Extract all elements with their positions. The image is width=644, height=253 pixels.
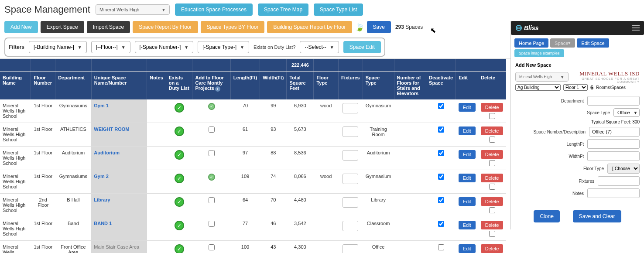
edit-row-button[interactable]: Edit: [459, 197, 476, 206]
deactivate-checkbox[interactable]: [438, 244, 444, 250]
col-unique-space[interactable]: Unique Space Name/Number: [91, 72, 147, 100]
hamburger-icon[interactable]: [632, 25, 640, 31]
cell-unique-space[interactable]: Auditorium: [91, 147, 147, 170]
edit-row-button[interactable]: Edit: [459, 150, 476, 159]
add-floorcare-checkbox[interactable]: [209, 221, 215, 227]
side-edit-space-button[interactable]: Edit Space: [577, 38, 609, 48]
col-total-sqft[interactable]: Total Square Feet: [287, 72, 314, 100]
col-notes[interactable]: Notes: [147, 72, 166, 100]
deactivate-checkbox[interactable]: [438, 174, 444, 180]
delete-row-button[interactable]: Delete: [481, 221, 504, 229]
export-space-button[interactable]: Export Space: [41, 21, 84, 33]
cell-unique-space[interactable]: BAND 1: [91, 217, 147, 241]
delete-row-checkbox[interactable]: [489, 231, 495, 237]
space-tree-map-button[interactable]: Space Tree Map: [258, 3, 308, 16]
space-number-input[interactable]: [589, 127, 640, 137]
deactivate-checkbox[interactable]: [438, 150, 444, 156]
space-report-by-floor-button[interactable]: Space Report By Floor: [133, 21, 198, 33]
fixtures-row-input[interactable]: [343, 126, 358, 137]
col-width[interactable]: Width(Ft): [260, 72, 287, 100]
side-building-select[interactable]: Mineral Wells High▼: [515, 72, 569, 82]
col-space-type[interactable]: Space Type: [363, 72, 394, 100]
col-floor-number[interactable]: Floor Number: [31, 72, 55, 100]
delete-row-button[interactable]: Delete: [481, 244, 504, 253]
add-new-button[interactable]: Add New: [4, 21, 38, 33]
floor-type-select[interactable]: [-Choose-]: [607, 164, 640, 174]
delete-row-button[interactable]: Delete: [481, 126, 504, 135]
col-building-name[interactable]: Building Name: [0, 72, 31, 100]
col-fixtures[interactable]: Fixtures: [338, 72, 363, 100]
col-exists-duty[interactable]: Exists on a Duty List: [166, 72, 192, 100]
col-delete[interactable]: Delete: [478, 72, 506, 100]
cell-unique-space[interactable]: Gym 1: [91, 99, 147, 123]
add-floorcare-checkbox[interactable]: [209, 150, 215, 156]
deactivate-checkbox[interactable]: [438, 126, 444, 133]
delete-row-checkbox[interactable]: [489, 160, 495, 166]
cell-edit: Edit: [456, 123, 478, 147]
deactivate-checkbox[interactable]: [438, 197, 444, 203]
col-floor-type[interactable]: Floor Type: [314, 72, 339, 100]
col-deactivate[interactable]: Deactivate Space: [426, 72, 456, 100]
space-types-by-floor-button[interactable]: Space Types BY Floor: [201, 21, 265, 33]
school-select[interactable]: Mineral Wells High ▼: [96, 4, 170, 15]
delete-row-button[interactable]: Delete: [481, 197, 504, 206]
fixtures-row-input[interactable]: [343, 103, 358, 113]
filter-space-type[interactable]: [-Space Type-]▼: [198, 41, 249, 53]
filter-exists-select[interactable]: --Select--▼: [300, 41, 339, 53]
info-icon[interactable]: i: [215, 86, 220, 92]
delete-row-button[interactable]: Delete: [481, 174, 504, 182]
add-floorcare-checkbox[interactable]: [209, 126, 215, 133]
col-department[interactable]: Department: [55, 72, 92, 100]
fixtures-input[interactable]: [598, 176, 640, 186]
side-examples-button[interactable]: Space image examples: [514, 49, 564, 57]
delete-row-button[interactable]: Delete: [481, 103, 504, 112]
education-space-processes-button[interactable]: Education Space Processes: [175, 3, 253, 16]
notes-input[interactable]: [587, 188, 640, 198]
fixtures-row-input[interactable]: [343, 150, 358, 161]
delete-row-checkbox[interactable]: [489, 207, 495, 213]
filter-floor[interactable]: [--Floor--]▼: [91, 41, 130, 53]
widthft-input[interactable]: [587, 151, 640, 161]
fixtures-row-input[interactable]: [343, 244, 358, 253]
side-home-button[interactable]: Home Page: [514, 38, 548, 48]
edit-row-button[interactable]: Edit: [459, 174, 476, 182]
side-space-button[interactable]: Space ▾: [550, 38, 575, 48]
edit-row-button[interactable]: Edit: [459, 126, 476, 135]
cell-unique-space[interactable]: Gym 2: [91, 170, 147, 194]
side-floor-select[interactable]: Floor 1: [563, 84, 588, 91]
add-floorcare-checkbox[interactable]: [209, 244, 215, 250]
delete-row-checkbox[interactable]: [489, 137, 495, 143]
cell-unique-space[interactable]: Library: [91, 194, 147, 217]
deactivate-checkbox[interactable]: [438, 221, 444, 227]
delete-row-checkbox[interactable]: [489, 113, 495, 119]
save-button[interactable]: Save: [367, 21, 391, 33]
space-type-select[interactable]: Office▼: [613, 108, 640, 117]
import-space-button[interactable]: Import Space: [87, 21, 130, 33]
col-length[interactable]: Length(Ft): [230, 72, 260, 100]
filter-space-number[interactable]: [-Space Number-]▼: [135, 41, 194, 53]
delete-row-checkbox[interactable]: [489, 184, 495, 190]
filter-building-name[interactable]: [-Building Name-]▼: [29, 41, 87, 53]
add-floorcare-checkbox[interactable]: [209, 197, 215, 203]
delete-row-button[interactable]: Delete: [481, 150, 504, 159]
fixtures-row-input[interactable]: [343, 197, 358, 208]
space-type-list-button[interactable]: Space Type List: [314, 3, 363, 16]
save-and-clear-button[interactable]: Save and Clear: [573, 210, 621, 222]
deactivate-checkbox[interactable]: [438, 103, 444, 109]
lengthft-input[interactable]: [587, 139, 640, 149]
fixtures-row-input[interactable]: [343, 221, 358, 231]
fixtures-row-input[interactable]: [343, 174, 358, 184]
cell-unique-space[interactable]: Main Stair Case Area: [91, 241, 147, 253]
building-space-report-by-floor-button[interactable]: Building Space Report by Floor: [267, 21, 352, 33]
side-ag-building-select[interactable]: Ag Building: [515, 84, 561, 91]
col-add-floor-care[interactable]: Add to Floor Care Montly Projectsi: [192, 72, 230, 100]
cell-unique-space[interactable]: WEIGHT ROOM: [91, 123, 147, 147]
edit-row-button[interactable]: Edit: [459, 103, 476, 112]
col-num-floors[interactable]: Number of Floors for Stairs and Elevator…: [394, 72, 426, 100]
col-edit[interactable]: Edit: [456, 72, 478, 100]
department-input[interactable]: [587, 96, 640, 106]
edit-row-button[interactable]: Edit: [459, 244, 476, 253]
space-edit-button[interactable]: Space Edit: [343, 41, 381, 53]
edit-row-button[interactable]: Edit: [459, 221, 476, 229]
clone-button[interactable]: Clone: [534, 210, 559, 222]
